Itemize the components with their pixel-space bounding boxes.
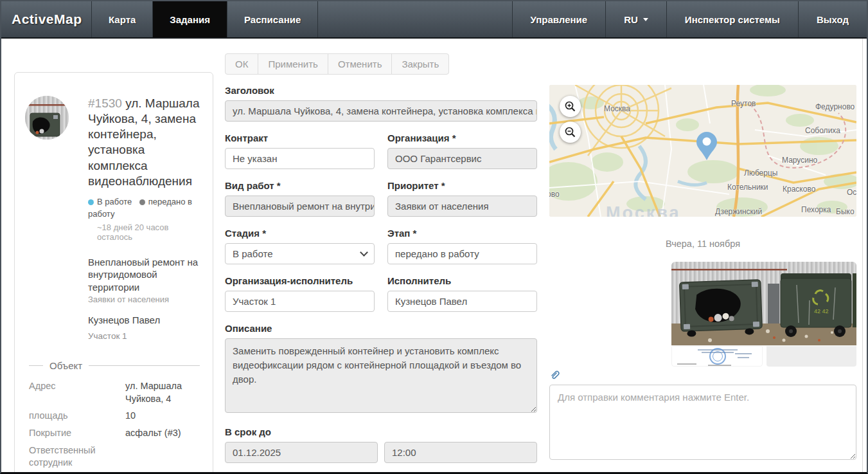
cancel-button[interactable]: Отменить [328,53,393,75]
executor-field-label: Исполнитель [387,275,537,286]
object-section-divider: Объект [29,360,200,371]
zoom-in-icon [564,100,576,113]
deadline-time-input: 12:00 [384,442,537,463]
nav-item-Инспектор системы[interactable]: Инспектор системы [666,1,798,37]
map[interactable]: МоскваРеутовФедурновоСоболихаМарусиноЛюб… [549,85,856,217]
description-field-label: Описание [225,323,537,334]
object-attribute-row: площадь10 [29,410,200,423]
attribute-label: Ответственный сотрудник [29,444,125,469]
comment-input[interactable] [549,385,856,460]
feed-date-header: Вчера, 11 ноября [549,239,856,249]
document-stamp-icon [709,348,726,365]
apply-button[interactable]: Применить [258,53,328,75]
attribute-value: ул. Маршала Чуйкова, 4 [125,380,200,405]
zoom-out-button[interactable] [560,122,581,143]
caret-down-icon [643,18,648,21]
step-dot-icon [139,199,145,205]
nav-tab-Задания[interactable]: Задания [152,1,227,37]
organization-input: ООО Гарантсервис [387,148,537,169]
stage-select-value: В работе [233,248,273,259]
ok-button[interactable]: ОК [225,53,258,75]
nav-right: УправлениеRUИнспектор системыВыход [512,1,867,37]
organization-field-label: Организация * [387,132,537,143]
map-label: Красково [783,185,815,194]
attachment-document[interactable] [671,346,763,367]
chevron-down-icon [360,248,368,257]
stage-select[interactable]: В работе [225,243,375,264]
priority-input: Заявки от населения [387,196,537,217]
time-left: ~18 дней 20 часов осталось [97,223,204,242]
task-title-text: ул. Маршала Чуйкова, 4, замена контейнер… [88,96,200,188]
nav-item-Управление[interactable]: Управление [512,1,606,37]
nav-tab-Расписание[interactable]: Расписание [227,1,318,37]
close-button[interactable]: Закрыть [391,53,449,75]
attachment-block: 42 42 [671,262,856,367]
task-form: Заголовок ул. Маршала Чуйкова, 4, замена… [225,85,537,463]
contract-input[interactable] [225,148,375,169]
nav-tabs: КартаЗаданияРасписание [91,1,318,37]
nav-item-Выход[interactable]: Выход [798,1,867,37]
map-label: Москва [606,203,680,217]
task-title: #1530 ул. Маршала Чуйкова, 4, замена кон… [88,96,204,189]
map-label: Быко [836,207,855,216]
action-toolbar: ОК Применить Отменить Закрыть [225,53,449,75]
attribute-label: Адрес [29,380,125,405]
task-card: #1530 ул. Маршала Чуйкова, 4, замена кон… [14,72,213,474]
app-logo[interactable]: ActiveMap [1,1,91,37]
attach-file-row [549,369,856,381]
deadline-date-input: 01.12.2025 [225,442,378,463]
task-id: #1530 [88,96,122,110]
assignee: Кузнецов Павел [88,314,204,325]
work-type-field-label: Вид работ * [225,180,375,191]
nav-item-RU[interactable]: RU [605,1,666,37]
priority-field-label: Приоритет * [387,180,537,191]
map-label: Марусино [782,156,817,165]
main-content: ОК Применить Отменить Закрыть [1,39,867,473]
map-label: Осе [847,188,856,197]
description-textarea[interactable]: Заменить поврежденный контейнер и устано… [225,338,537,413]
executor-input[interactable] [387,291,537,312]
container-marking: 42 42 [814,308,829,314]
zoom-in-button[interactable] [560,96,581,117]
priority-label: Заявки от населения [88,295,204,304]
right-panel: МоскваРеутовФедурновоСоболихаМарусиноЛюб… [549,85,856,460]
contractor-org-input[interactable] [225,291,375,312]
attribute-value: 10 [125,410,200,423]
object-attribute-row: Ответственный сотрудник [29,444,200,469]
task-card-info: #1530 ул. Маршала Чуйкова, 4, замена кон… [88,96,204,341]
step-input[interactable] [387,243,537,264]
map-label: Москва [604,104,630,113]
work-type-input: Внеплановый ремонт на внутридомовой терр… [225,196,375,217]
object-attribute-row: Адресул. Маршала Чуйкова, 4 [29,380,200,405]
map-label: Реутов [731,99,756,108]
map-label: Федурново [815,102,855,111]
attribute-value [125,444,200,469]
work-type: Внеплановый ремонт на внутридомовой терр… [88,256,204,294]
status-row: В работе передано в работу [88,196,204,221]
department: Участок 1 [88,331,204,341]
photo-attachment[interactable]: 42 42 [671,262,856,345]
title-field-label: Заголовок [225,85,537,96]
stage-status: В работе [97,197,132,206]
deadline-field-label: В срок до [225,426,537,437]
map-label: Дзержинский [715,207,762,216]
paperclip-icon[interactable] [549,369,561,381]
map-label: Котельники [727,183,768,192]
step-field-label: Этап * [387,228,537,239]
map-label: ово [549,190,560,199]
attachment-preview[interactable] [766,346,856,367]
title-input: ул. Маршала Чуйкова, 4, замена контейнер… [225,100,537,122]
nav-tab-Карта[interactable]: Карта [91,1,152,37]
zoom-out-icon [564,126,576,138]
app-window: ActiveMap КартаЗаданияРасписание Управле… [0,0,868,474]
map-pin-icon[interactable] [695,132,719,161]
map-label: Пехорка [801,205,831,214]
map-label: Люберцы [744,169,777,178]
object-section-title: Объект [49,360,82,371]
contractor-org-field-label: Организация-исполнитель [225,275,375,286]
object-attributes: Адресул. Маршала Чуйкова, 4площадь10Покр… [29,380,200,474]
scrollbar-track [862,39,863,473]
attribute-label: Покрытие [29,427,125,440]
object-attribute-row: Покрытиеасфальт (#3) [29,427,200,440]
contract-field-label: Контракт [225,132,375,143]
